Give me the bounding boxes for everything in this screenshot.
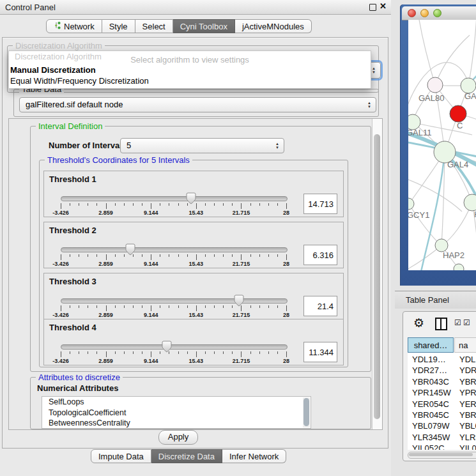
- tick-mark: [142, 254, 142, 257]
- attribute-item[interactable]: SelfLoops: [42, 397, 311, 408]
- slider-thumb[interactable]: [234, 295, 244, 310]
- scrollbar-thumb[interactable]: [374, 134, 380, 419]
- tick-mark: [178, 351, 179, 354]
- tick-mark: [96, 351, 97, 354]
- table-row[interactable]: YDL19…YDL1: [408, 354, 476, 365]
- table-row[interactable]: YBL079WYBL0: [408, 420, 476, 431]
- table-row[interactable]: YBR043CYBR0: [408, 376, 476, 387]
- tab-discretize-data[interactable]: Discretize Data: [151, 449, 222, 463]
- cell-shared-name: YLR345W: [408, 432, 454, 443]
- table-row[interactable]: YER054CYER0: [408, 399, 476, 410]
- minimize-traffic-light[interactable]: [420, 9, 429, 17]
- network-node[interactable]: [454, 264, 464, 270]
- axis-tick-label: 9.144: [144, 210, 158, 216]
- number-of-intervals-combo[interactable]: 5 ▲▼: [120, 138, 284, 153]
- apply-button[interactable]: Apply: [158, 430, 198, 445]
- threshold-value-field[interactable]: 11.344: [303, 342, 337, 362]
- tick-mark: [187, 254, 188, 257]
- tick-mark: [196, 254, 197, 260]
- zoom-traffic-light[interactable]: [433, 9, 441, 17]
- tab-network[interactable]: Network: [46, 19, 102, 33]
- tick-mark: [268, 254, 269, 257]
- scrollbar-thumb[interactable]: [409, 453, 473, 456]
- slider-track[interactable]: [61, 344, 288, 349]
- control-panel-body: Discretization Algorithm ▲▼ Discretizati…: [2, 37, 388, 449]
- tick-mark: [205, 254, 206, 257]
- tab-jactivemnodules[interactable]: jActiveMNodules: [235, 19, 312, 33]
- attribute-item[interactable]: BetweennessCentrality: [42, 418, 311, 429]
- network-window: GAL80GACGAL11GAL4GCY1HHAP2: [400, 4, 476, 286]
- threshold-panel-4: Threshold 4-3.4262.8599.14415.4321.71528…: [43, 319, 344, 365]
- network-canvas[interactable]: GAL80GACGAL11GAL4GCY1HHAP2: [408, 20, 476, 270]
- table-header-row: shared… na: [408, 337, 476, 354]
- checkbox-icon-b[interactable]: ☑: [463, 318, 470, 327]
- axis-tick-label: 15.43: [189, 261, 204, 267]
- cell-shared-name: YBR045C: [408, 410, 454, 420]
- table-row[interactable]: YIL052CYIL0: [408, 443, 476, 450]
- tick-mark: [115, 203, 116, 206]
- network-node-gal80[interactable]: [427, 77, 443, 93]
- column-header-name[interactable]: na: [454, 337, 476, 353]
- slider-thumb[interactable]: [186, 192, 196, 208]
- network-edge: [468, 20, 476, 86]
- tab-impute-data[interactable]: Impute Data: [91, 449, 151, 463]
- attributes-group: Attributes to discretize Numerical Attri…: [30, 377, 371, 429]
- tick-mark: [232, 203, 233, 206]
- slider-thumb[interactable]: [125, 243, 135, 259]
- network-node-c[interactable]: [450, 105, 466, 122]
- numerical-attributes-list[interactable]: SelfLoopsTopologicalCoefficientBetweenne…: [42, 396, 311, 429]
- network-node-hap2[interactable]: [435, 239, 448, 252]
- network-window-titlebar[interactable]: [402, 6, 476, 20]
- table-row[interactable]: YDR27…YDR2: [408, 365, 476, 376]
- table-row[interactable]: YBR045CYBR0: [408, 410, 476, 420]
- tab-style[interactable]: Style: [102, 19, 135, 33]
- network-edge: [408, 180, 462, 211]
- tab-select[interactable]: Select: [135, 19, 173, 33]
- group-title: Discretization Algorithm: [13, 41, 105, 50]
- network-node-gcy1[interactable]: [408, 198, 414, 210]
- tick-mark: [214, 203, 215, 206]
- vertical-scrollbar[interactable]: [372, 119, 382, 429]
- tick-mark: [223, 203, 224, 206]
- tick-mark: [160, 351, 160, 354]
- checkbox-icon-a[interactable]: ☑: [454, 318, 461, 327]
- tab-infer-network[interactable]: Infer Network: [222, 449, 286, 463]
- float-window-icon[interactable]: [369, 4, 376, 11]
- cell-name: YER0: [454, 399, 476, 410]
- horizontal-scrollbar[interactable]: [408, 452, 476, 459]
- dropdown-option-manual-discretization[interactable]: Manual Discretization: [10, 65, 96, 75]
- threshold-value-field[interactable]: 21.4: [303, 296, 337, 316]
- tab-cyni-toolbox[interactable]: Cyni Toolbox: [173, 19, 235, 33]
- columns-icon[interactable]: [435, 318, 447, 330]
- tick-mark: [70, 254, 70, 257]
- axis-tick-label: 21.715: [233, 358, 250, 364]
- number-of-intervals-label: Number of Intervals: [49, 141, 127, 150]
- tick-mark: [133, 203, 134, 206]
- attributes-scrollbar[interactable]: [303, 397, 310, 427]
- gear-icon[interactable]: ⚙: [413, 316, 424, 330]
- slider-track[interactable]: [61, 247, 288, 252]
- slider-thumb[interactable]: [162, 341, 172, 356]
- settings-scroll-area: Interval Definition Number of Intervals …: [8, 118, 383, 430]
- axis-tick-label: 28: [283, 312, 289, 318]
- table-rows: YDL19…YDL1YDR27…YDR2YBR043CYBR0YPR145WYP…: [408, 354, 476, 450]
- slider-track[interactable]: [61, 196, 288, 201]
- table-row[interactable]: YPR145WYPR1: [408, 387, 476, 398]
- axis-tick-label: -3.426: [52, 358, 69, 364]
- threshold-value-field[interactable]: 6.316: [303, 245, 337, 265]
- table-row[interactable]: YLR345WYLR3: [408, 432, 476, 443]
- close-icon[interactable]: ✕: [380, 1, 387, 11]
- close-traffic-light[interactable]: [408, 9, 416, 17]
- dropdown-option-equal-width-frequency[interactable]: Equal Width/Frequency Discretization: [10, 76, 149, 86]
- axis-tick-label: 28: [283, 358, 289, 364]
- column-header-shared[interactable]: shared…: [408, 337, 454, 353]
- axis-tick-label: 2.859: [98, 261, 113, 267]
- cell-shared-name: YDR27…: [408, 365, 454, 376]
- tick-mark: [106, 203, 107, 209]
- tick-mark: [70, 305, 70, 308]
- threshold-value-field[interactable]: 14.713: [303, 194, 337, 214]
- table-data-combo[interactable]: galFiltered.sif default node ▲▼: [19, 97, 376, 112]
- attribute-item[interactable]: TopologicalCoefficient: [42, 408, 311, 418]
- slider-track[interactable]: [61, 298, 288, 303]
- network-node-h[interactable]: [464, 194, 476, 211]
